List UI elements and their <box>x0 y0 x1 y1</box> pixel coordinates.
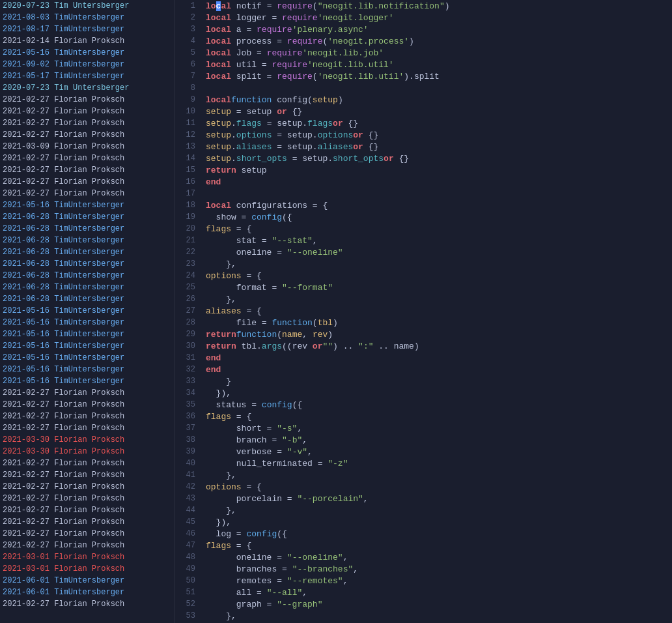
blame-row: 2021-06-28 TimUntersberger <box>0 235 174 246</box>
line-number: 10 <box>175 106 195 117</box>
blame-row: 2021-06-01 TimUntersberger <box>0 575 174 587</box>
line-number: 38 <box>175 434 195 446</box>
code-line: options = { <box>206 481 672 493</box>
line-number: 22 <box>175 246 195 258</box>
code-line: stat = "--stat", <box>206 235 672 246</box>
code-line <box>206 188 672 199</box>
blame-panel: 2020-07-23 Tim Untersberger2021-08-03 Ti… <box>0 0 175 623</box>
blame-row: 2021-02-27 Florian Proksch <box>0 528 174 540</box>
code-line: local process = require('neogit.process'… <box>206 35 672 47</box>
code-line: local a = require 'plenary.async' <box>206 23 672 35</box>
blame-row: 2021-02-27 Florian Proksch <box>0 481 174 493</box>
blame-row: 2021-03-01 Florian Proksch <box>0 551 174 563</box>
line-number: 20 <box>175 223 195 235</box>
code-line: }), <box>206 516 672 528</box>
line-number: 11 <box>175 117 195 129</box>
code-line: }, <box>206 504 672 516</box>
line-number: 46 <box>175 528 195 540</box>
blame-row: 2021-02-27 Florian Proksch <box>0 504 174 516</box>
line-number: 51 <box>175 587 195 598</box>
line-number: 45 <box>175 516 195 528</box>
blame-row: 2021-06-28 TimUntersberger <box>0 293 174 305</box>
code-line: status = config({ <box>206 399 672 411</box>
line-number: 1 <box>175 0 195 12</box>
blame-row: 2021-05-17 TimUntersberger <box>0 70 174 82</box>
code-line: remotes = "--remotes", <box>206 575 672 587</box>
blame-row: 2021-02-27 Florian Proksch <box>0 106 174 117</box>
blame-row: 2021-02-27 Florian Proksch <box>0 117 174 129</box>
code-line: graph = "--graph" <box>206 598 672 610</box>
code-line: flags = { <box>206 223 672 235</box>
line-number: 29 <box>175 328 195 340</box>
code-line: }), <box>206 387 672 399</box>
blame-row: 2021-02-27 Florian Proksch <box>0 598 174 610</box>
blame-row: 2021-06-28 TimUntersberger <box>0 270 174 282</box>
line-number: 40 <box>175 457 195 469</box>
blame-row: 2021-06-28 TimUntersberger <box>0 223 174 235</box>
blame-row: 2021-08-03 TimUntersberger <box>0 12 174 23</box>
blame-row: 2021-06-01 TimUntersberger <box>0 587 174 598</box>
code-line: flags = { <box>206 540 672 551</box>
code-line: porcelain = "--porcelain", <box>206 493 672 504</box>
text-cursor: c <box>216 1 221 11</box>
blame-row: 2021-06-28 TimUntersberger <box>0 211 174 223</box>
blame-row: 2021-06-28 TimUntersberger <box>0 246 174 258</box>
code-content[interactable]: local notif = require("neogit.lib.notifi… <box>201 0 672 623</box>
line-number: 39 <box>175 446 195 457</box>
line-number: 4 <box>175 35 195 47</box>
blame-row: 2021-05-16 TimUntersberger <box>0 305 174 317</box>
line-number: 42 <box>175 481 195 493</box>
line-number: 48 <box>175 551 195 563</box>
line-number: 23 <box>175 258 195 270</box>
code-line <box>206 82 672 94</box>
code-line: aliases = { <box>206 305 672 317</box>
line-number: 41 <box>175 469 195 481</box>
line-number: 17 <box>175 188 195 199</box>
blame-row: 2021-02-27 Florian Proksch <box>0 422 174 434</box>
code-line: branch = "-b", <box>206 434 672 446</box>
line-number: 35 <box>175 399 195 411</box>
line-number: 3 <box>175 23 195 35</box>
blame-row: 2021-05-16 TimUntersberger <box>0 328 174 340</box>
blame-row: 2021-02-27 Florian Proksch <box>0 176 174 188</box>
line-number: 2 <box>175 12 195 23</box>
line-number: 19 <box>175 211 195 223</box>
blame-row: 2021-02-27 Florian Proksch <box>0 387 174 399</box>
line-number: 33 <box>175 375 195 387</box>
code-panel[interactable]: 1234567891011121314151617181920212223242… <box>175 0 672 623</box>
code-line: return function(name, rev) <box>206 328 672 340</box>
blame-row: 2021-05-16 TimUntersberger <box>0 317 174 328</box>
code-line: format = "--format" <box>206 282 672 293</box>
line-number: 27 <box>175 305 195 317</box>
code-line: local logger = require 'neogit.logger' <box>206 12 672 23</box>
line-number: 8 <box>175 82 195 94</box>
code-line: }, <box>206 293 672 305</box>
line-number: 16 <box>175 176 195 188</box>
line-number: 9 <box>175 94 195 106</box>
blame-row: 2021-02-27 Florian Proksch <box>0 94 174 106</box>
blame-row: 2021-02-27 Florian Proksch <box>0 152 174 164</box>
blame-row: 2020-07-23 Tim Untersberger <box>0 0 174 12</box>
code-line: local Job = require 'neogit.lib.job' <box>206 47 672 59</box>
blame-row: 2021-05-16 TimUntersberger <box>0 352 174 364</box>
blame-row: 2021-06-28 TimUntersberger <box>0 258 174 270</box>
line-number: 15 <box>175 164 195 176</box>
line-number: 13 <box>175 141 195 152</box>
code-line: null_terminated = "-z" <box>206 457 672 469</box>
blame-row: 2021-06-28 TimUntersberger <box>0 282 174 293</box>
blame-row: 2021-05-16 TimUntersberger <box>0 340 174 352</box>
line-number: 5 <box>175 47 195 59</box>
code-line: setup.flags = setup.flags or {} <box>206 117 672 129</box>
blame-row: 2021-05-16 TimUntersberger <box>0 375 174 387</box>
line-number: 7 <box>175 70 195 82</box>
code-line: local notif = require("neogit.lib.notifi… <box>206 0 672 12</box>
code-line: local util = require 'neogit.lib.util' <box>206 59 672 70</box>
line-number: 50 <box>175 575 195 587</box>
blame-row: 2021-02-27 Florian Proksch <box>0 493 174 504</box>
line-number: 26 <box>175 293 195 305</box>
blame-row: 2021-02-14 Florian Proksch <box>0 35 174 47</box>
blame-row: 2021-02-27 Florian Proksch <box>0 469 174 481</box>
blame-row: 2021-05-16 TimUntersberger <box>0 47 174 59</box>
line-number: 30 <box>175 340 195 352</box>
editor-container: 2020-07-23 Tim Untersberger2021-08-03 Ti… <box>0 0 672 623</box>
